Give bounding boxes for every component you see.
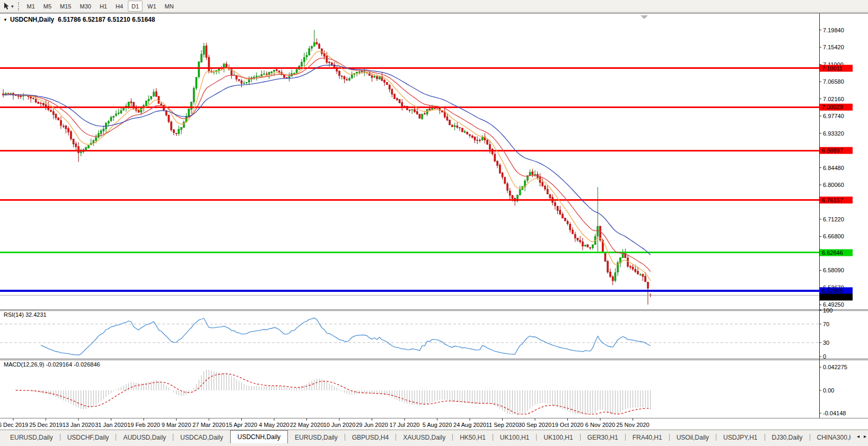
rsi-panel: 10070300	[0, 307, 832, 360]
price-axis: 7.198407.154207.110007.065807.021606.977…	[819, 27, 853, 308]
chart-symbol-period: USDCNH,Daily	[10, 16, 54, 23]
price-tick-label: 7.06580	[823, 78, 844, 85]
tab-uk100-h1[interactable]: UK100,H1	[537, 432, 580, 443]
macd-tick-label: 0.00	[823, 387, 834, 394]
macd-panel: 0.0422750.00-0.04148	[16, 364, 847, 416]
date-tick-label: 24 Aug 2020	[453, 422, 486, 428]
tab-eurusd-daily[interactable]: EURUSD,Daily	[288, 432, 345, 443]
price-tick-label: 6.84480	[823, 165, 844, 171]
price-tick-label: 6.80060	[823, 182, 844, 188]
rsi-tick-label: 100	[823, 307, 832, 314]
cursor-tool-dropdown-icon[interactable]: ▾	[11, 4, 14, 9]
tab-usdjpy-h1[interactable]: USDJPY,H1	[716, 432, 764, 443]
chart-tab-bar: EURUSD,DailyUSDCHF,DailyAUDUSD,DailyUSDC…	[0, 430, 868, 446]
ma-mid-line	[3, 58, 651, 271]
date-tick-label: 30 Sep 2020	[519, 422, 551, 428]
price-level-label: 6.62646	[822, 249, 843, 256]
price-chart[interactable]: 7.198407.154207.110007.065807.021606.977…	[0, 13, 868, 430]
rsi-line	[41, 318, 651, 355]
date-tick-label: 17 Jul 2020	[390, 422, 420, 428]
tab-usdcad-daily[interactable]: USDCAD,Daily	[173, 432, 230, 443]
timeframe-button-m1[interactable]: M1	[23, 1, 39, 12]
tab-eurusd-daily[interactable]: EURUSD,Daily	[3, 432, 60, 443]
horizontal-lines-layer	[0, 68, 819, 291]
chart-ohlc-values: 6.51786 6.52187 6.51210 6.51648	[58, 16, 155, 23]
timeframe-button-w1[interactable]: W1	[144, 1, 160, 12]
tab-usoil-daily[interactable]: USOil,Daily	[670, 432, 716, 443]
timeframe-button-d1[interactable]: D1	[128, 1, 143, 12]
date-tick-label: 6 Dec 2019	[0, 422, 28, 428]
date-tick-label: 11 Sep 2020	[486, 422, 519, 428]
tab-usdchf-daily[interactable]: USDCHF,Daily	[60, 432, 116, 443]
date-tick-label: 25 Dec 2019	[29, 422, 62, 428]
macd-tick-label: -0.04148	[823, 410, 846, 416]
timeframe-toolbar: ▾ M1M5M15M30H1H4D1W1MN	[0, 0, 868, 13]
timeframe-buttons: M1M5M15M30H1H4D1W1MN	[23, 1, 178, 12]
price-tick-label: 6.66800	[823, 233, 844, 239]
price-tick-label: 7.19840	[823, 27, 844, 33]
ma-slow-line	[3, 65, 651, 255]
date-tick-label: 27 Mar 2020	[192, 422, 225, 428]
date-tick-label: 25 Nov 2020	[616, 422, 649, 428]
timeframe-button-m15[interactable]: M15	[56, 1, 75, 12]
chart-tabs: EURUSD,DailyUSDCHF,DailyAUDUSD,DailyUSDC…	[0, 430, 851, 443]
price-level-label: 6.76157	[822, 197, 843, 203]
date-tick-label: 4 May 2020	[259, 422, 289, 428]
tab-uk100-h1[interactable]: UK100,H1	[493, 432, 536, 443]
price-tick-label: 6.58090	[823, 267, 844, 273]
price-tick-label: 6.97740	[823, 113, 844, 119]
candles-layer	[3, 30, 652, 305]
timeframe-button-m5[interactable]: M5	[40, 1, 55, 12]
rsi-tick-label: 30	[823, 340, 829, 346]
rsi-tick-label: 70	[823, 321, 829, 327]
rsi-tick-label: 0	[823, 353, 826, 360]
collapse-chart-icon[interactable]: ▼	[3, 17, 7, 22]
tab-audusd-daily[interactable]: AUDUSD,Daily	[116, 432, 173, 443]
price-tick-label: 7.15420	[823, 44, 844, 50]
tab-hk50-h1[interactable]: HK50,H1	[453, 432, 493, 443]
tab-dj30-daily[interactable]: DJ30,Daily	[765, 432, 810, 443]
date-tick-label: 13 Jan 2020	[63, 422, 95, 428]
price-level-label: 6.88897	[822, 147, 843, 154]
timeframe-button-h4[interactable]: H4	[112, 1, 127, 12]
autoscroll-marker-icon[interactable]	[641, 15, 648, 19]
price-tick-label: 7.02160	[823, 96, 844, 102]
rsi-indicator-label: RSI(14) 32.4231	[4, 311, 47, 318]
current-price-label: 6.51648	[822, 294, 843, 300]
date-tick-label: 9 Mar 2020	[162, 422, 191, 428]
tab-scroll-left-icon[interactable]: ◂	[857, 433, 860, 439]
date-tick-label: 19 Oct 2020	[552, 422, 584, 428]
date-tick-label: 10 Jun 2020	[323, 422, 356, 428]
cursor-icon	[3, 2, 10, 11]
tab-gbpusd-h4[interactable]: GBPUSD,H4	[345, 432, 396, 443]
tab-china300-h1[interactable]: CHINA300,H1	[810, 432, 851, 443]
toolbar-grip	[18, 2, 19, 11]
chart-title: ▼USDCNH,Daily 6.51786 6.52187 6.51210 6.…	[3, 16, 155, 23]
price-level-label: 7.10011	[822, 65, 843, 72]
price-level-label: 6.52865	[822, 288, 843, 294]
tab-xauusd-daily[interactable]: XAUUSD,Daily	[396, 432, 452, 443]
date-tick-label: 6 Nov 2020	[585, 422, 615, 428]
price-tick-label: 6.93320	[823, 130, 844, 137]
date-tick-label: 5 Aug 2020	[423, 422, 452, 428]
date-tick-label: 19 Feb 2020	[127, 422, 160, 428]
date-tick-label: 31 Jan 2020	[95, 422, 127, 428]
cursor-tool-icon[interactable]	[2, 2, 11, 11]
price-tick-label: 6.71220	[823, 216, 844, 222]
tab-usdcnh-daily[interactable]: USDCNH,Daily	[230, 430, 288, 443]
tab-ger30-h1[interactable]: GER30,H1	[581, 432, 625, 443]
date-tick-label: 15 Apr 2020	[226, 422, 257, 428]
tab-scroll-right-icon[interactable]: ▸	[864, 433, 866, 439]
timeframe-button-m30[interactable]: M30	[76, 1, 95, 12]
tab-fra40-h1[interactable]: FRA40,H1	[626, 432, 669, 443]
chart-window[interactable]: 7.198407.154207.110007.065807.021606.977…	[0, 13, 868, 430]
price-level-label: 7.00029	[822, 104, 843, 110]
date-tick-label: 29 Jun 2020	[356, 422, 388, 428]
date-tick-label: 22 May 2020	[290, 422, 324, 428]
timeframe-button-h1[interactable]: H1	[96, 1, 111, 12]
tab-scroll-controls: ◂ ▸	[854, 433, 866, 439]
macd-tick-label: 0.042275	[823, 364, 847, 370]
timeframe-button-mn[interactable]: MN	[161, 1, 178, 12]
date-axis: 6 Dec 201925 Dec 201913 Jan 202031 Jan 2…	[0, 418, 650, 428]
ma-fast-line	[3, 51, 651, 281]
